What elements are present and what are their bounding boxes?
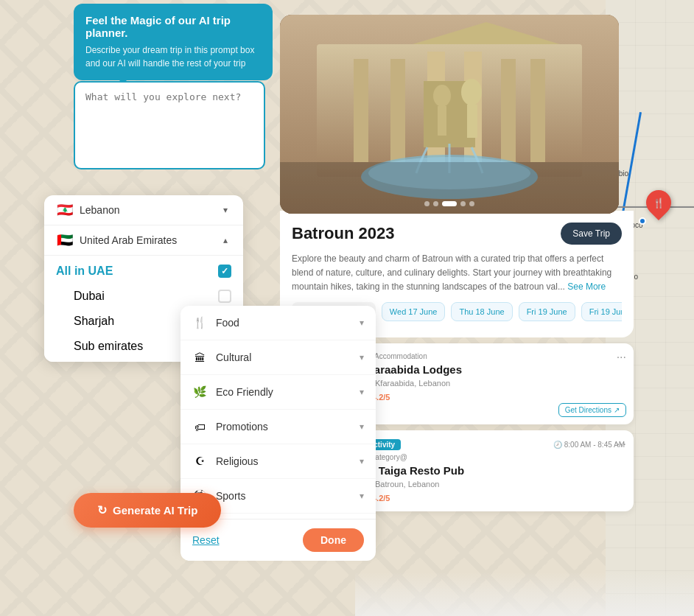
chevron-down-icon-lebanon: ▾ <box>220 204 231 216</box>
eco-icon: 🌿 <box>192 385 207 399</box>
activity-type-restaurant: @Category@ <box>362 453 625 461</box>
svg-rect-13 <box>467 105 477 138</box>
category-left-religious: ☪ Religious <box>192 454 259 469</box>
location-item-uae[interactable]: 🇦🇪 United Arab Emirates ▴ <box>44 225 243 256</box>
reset-button[interactable]: Reset <box>192 534 220 546</box>
checkbox-all-uae[interactable]: ✓ <box>218 265 231 278</box>
ai-tooltip: Feel the Magic of our AI trip planner. D… <box>74 4 273 80</box>
see-more-link[interactable]: See More <box>567 281 606 292</box>
eco-label: Eco Friendly <box>216 386 273 398</box>
location-name-uae: United Arab Emirates <box>80 234 177 246</box>
category-item-eco[interactable]: 🌿 Eco Friendly ▾ <box>180 375 376 410</box>
svg-rect-7 <box>530 59 545 162</box>
food-label: Food <box>216 317 239 329</box>
more-options-icon2[interactable]: ··· <box>617 438 626 451</box>
uae-dubai-item[interactable]: Dubai <box>44 284 243 309</box>
activity-content-restaurant: Activity 🕗 8:00 AM - 8:45 AM @Category@ … <box>354 430 634 511</box>
map-pin[interactable]: 🍴 <box>646 190 671 215</box>
svg-point-12 <box>461 79 482 105</box>
dot-2 <box>433 201 438 206</box>
category-left-food: 🍴 Food <box>192 315 239 330</box>
promotions-label: Promotions <box>216 421 268 433</box>
chevron-cultural-icon: ▾ <box>360 352 364 363</box>
dubai-label: Dubai <box>74 290 105 303</box>
date-btn-1[interactable]: Thu 18 June <box>451 302 512 321</box>
category-item-religious[interactable]: ☪ Religious ▾ <box>180 444 376 479</box>
dot-4 <box>460 201 466 206</box>
location-left-lebanon: 🇱🇧 Lebanon <box>56 204 120 216</box>
trip-image-svg <box>280 15 619 214</box>
location-name-lebanon: Lebanon <box>80 204 120 216</box>
generate-ai-trip-button[interactable]: ↻ Generate AI Trip <box>74 493 221 528</box>
category-item-food[interactable]: 🍴 Food ▾ <box>180 306 376 340</box>
religious-label: Religious <box>216 455 259 467</box>
flag-uae: 🇦🇪 <box>56 234 74 246</box>
activity-rating-restaurant: ★ 4.2/5 <box>362 494 625 503</box>
search-panel <box>74 81 265 169</box>
flag-lebanon: 🇱🇧 <box>56 204 74 216</box>
all-in-uae-label: All in UAE <box>56 265 113 278</box>
sharjah-label: Sharjah <box>74 315 114 328</box>
trip-image <box>280 15 619 214</box>
chevron-up-icon-uae: ▴ <box>220 234 231 246</box>
religious-icon: ☪ <box>192 454 207 469</box>
search-input[interactable] <box>74 81 265 169</box>
category-left-promotions: 🏷 Promotions <box>192 419 268 434</box>
map-location-dot <box>639 217 646 225</box>
tooltip-title: Feel the Magic of our AI trip planner. <box>85 14 261 39</box>
sub-emirates-label: Sub emirates <box>74 340 143 353</box>
cultural-label: Cultural <box>216 351 251 363</box>
clock-icon: 🕗 <box>553 441 562 449</box>
directions-label: Get Directions <box>565 406 611 414</box>
chevron-promotions-icon: ▾ <box>360 421 364 432</box>
category-left-cultural: 🏛 Cultural <box>192 350 251 365</box>
activity-location-restaurant: 📍 Batroun, Lebanon <box>362 480 625 489</box>
category-item-promotions[interactable]: 🏷 Promotions ▾ <box>180 410 376 444</box>
scroll-fade <box>355 572 694 616</box>
dot-1 <box>424 201 430 206</box>
location-item-lebanon[interactable]: 🇱🇧 Lebanon ▾ <box>44 195 243 225</box>
activity-rating-lodges: ★ 4.2/5 <box>362 393 625 402</box>
activity-name-restaurant: La Taiga Resto Pub <box>362 464 625 477</box>
trip-header: Batroun 2023 Save Trip <box>292 223 622 245</box>
activity-content-lodges: 🏠 Accommodation Kfaraabida Lodges 📍 Kfar… <box>354 343 634 424</box>
svg-rect-6 <box>501 59 516 162</box>
svg-point-10 <box>433 85 451 107</box>
food-icon: 🍴 <box>192 315 207 330</box>
checkbox-dubai[interactable] <box>218 290 231 303</box>
generate-icon: ↻ <box>97 503 107 517</box>
date-btn-2[interactable]: Fri 19 June <box>519 302 575 321</box>
category-item-cultural[interactable]: 🏛 Cultural ▾ <box>180 340 376 375</box>
activity-name-lodges: Kfaraabida Lodges <box>362 363 625 376</box>
activity-type-lodges: 🏠 Accommodation <box>362 352 625 360</box>
date-btn-3[interactable]: Fri 19 June <box>581 302 622 321</box>
activity-header-row: Activity 🕗 8:00 AM - 8:45 AM <box>362 439 625 450</box>
svg-rect-11 <box>438 106 446 136</box>
arrow-icon: ↗ <box>614 406 620 414</box>
generate-label: Generate AI Trip <box>113 504 197 517</box>
date-btn-0[interactable]: Wed 17 June <box>382 302 446 321</box>
activity-location-lodges: 📍 Kfaraabida, Lebanon <box>362 379 625 388</box>
tooltip-text: Describe your dream trip in this prompt … <box>85 43 261 70</box>
done-button[interactable]: Done <box>303 528 364 552</box>
map-pin-icon: 🍴 <box>653 197 665 209</box>
chevron-sports-icon: ▾ <box>360 491 364 501</box>
sports-label: Sports <box>216 490 245 502</box>
trip-image-card <box>280 15 619 214</box>
svg-rect-2 <box>354 59 368 162</box>
get-directions-button[interactable]: Get Directions ↗ <box>558 403 626 417</box>
trip-title: Batroun 2023 <box>292 224 394 243</box>
location-left-uae: 🇦🇪 United Arab Emirates <box>56 234 177 246</box>
more-options-icon[interactable]: ··· <box>617 351 626 364</box>
dot-3 <box>442 201 457 206</box>
chevron-food-icon: ▾ <box>360 318 364 328</box>
promotions-icon: 🏷 <box>192 419 207 434</box>
image-dots <box>424 201 474 206</box>
uae-all-item[interactable]: All in UAE ✓ <box>44 259 243 284</box>
save-trip-button[interactable]: Save Trip <box>561 223 622 245</box>
chevron-eco-icon: ▾ <box>360 387 364 397</box>
svg-rect-3 <box>390 59 405 162</box>
chevron-religious-icon: ▾ <box>360 456 364 466</box>
activity-time: 🕗 8:00 AM - 8:45 AM <box>553 441 625 449</box>
cultural-icon: 🏛 <box>192 350 207 365</box>
